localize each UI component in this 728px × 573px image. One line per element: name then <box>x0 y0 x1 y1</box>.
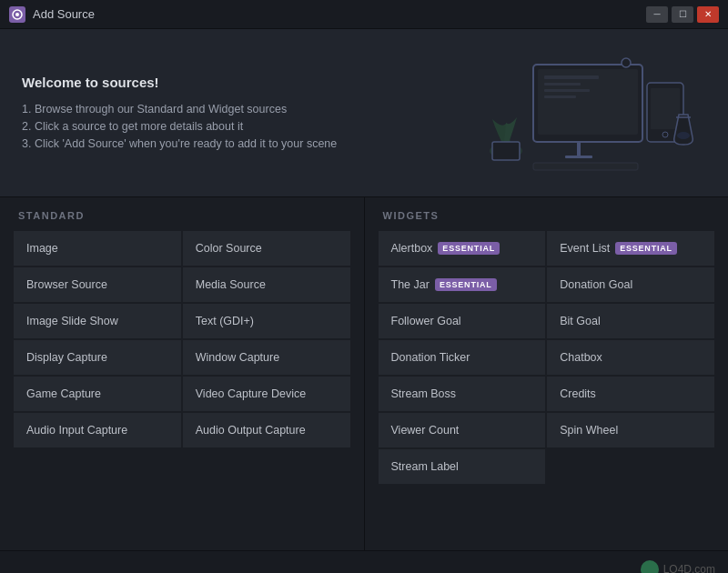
source-text-gdi-label: Text (GDI+) <box>196 315 254 327</box>
widget-stream-label[interactable]: Stream Label <box>378 448 547 485</box>
widget-alertbox-label: Alertbox <box>391 242 433 255</box>
source-image[interactable]: Image <box>13 230 182 266</box>
source-video-capture-label: Video Capture Device <box>196 387 306 400</box>
welcome-step-2: 2. Click a source to get more details ab… <box>22 120 337 133</box>
standard-header: STANDARD <box>0 197 364 230</box>
window-title: Add Source <box>33 7 646 21</box>
source-game-capture[interactable]: Game Capture <box>13 376 182 412</box>
source-game-capture-label: Game Capture <box>26 387 101 400</box>
watermark-text: LO4D.com <box>663 563 715 574</box>
svg-rect-5 <box>565 156 592 158</box>
source-browser-source[interactable]: Browser Source <box>13 266 182 303</box>
svg-rect-12 <box>651 88 680 129</box>
widget-stream-boss-label: Stream Boss <box>391 387 457 400</box>
standard-grid: Image Color Source Browser Source Media … <box>0 230 364 448</box>
widget-follower-goal[interactable]: Follower Goal <box>378 303 547 339</box>
widget-stream-label-label: Stream Label <box>391 460 459 473</box>
source-window-capture-label: Window Capture <box>196 351 279 364</box>
minimize-button[interactable]: ─ <box>646 6 668 23</box>
window-controls: ─ ☐ ✕ <box>646 6 719 23</box>
svg-rect-16 <box>492 142 520 160</box>
source-media-source-label: Media Source <box>196 278 266 291</box>
svg-rect-6 <box>544 75 599 79</box>
svg-rect-7 <box>544 83 581 85</box>
widget-the-jar[interactable]: The Jar ESSENTIAL <box>378 266 547 303</box>
main-content: STANDARD Image Color Source Browser Sour… <box>0 197 728 550</box>
watermark: LO4D.com <box>641 560 715 574</box>
illustration <box>470 51 706 178</box>
widget-viewer-count-label: Viewer Count <box>391 424 460 437</box>
close-button[interactable]: ✕ <box>697 6 719 23</box>
welcome-text: Welcome to sources! 1. Browse through ou… <box>22 75 337 155</box>
svg-point-1 <box>15 13 19 16</box>
source-color-source-label: Color Source <box>196 242 262 255</box>
source-video-capture[interactable]: Video Capture Device <box>182 376 351 412</box>
source-audio-output-label: Audio Output Capture <box>196 424 306 437</box>
standard-column: STANDARD Image Color Source Browser Sour… <box>0 197 364 550</box>
source-image-slide-show-label: Image Slide Show <box>26 315 118 327</box>
widgets-column: WIDGETS Alertbox ESSENTIAL Event List ES… <box>365 197 729 550</box>
svg-point-18 <box>677 132 690 139</box>
titlebar: Add Source ─ ☐ ✕ <box>0 0 728 29</box>
widget-donation-goal-label: Donation Goal <box>560 278 632 291</box>
widget-bit-goal[interactable]: Bit Goal <box>546 303 715 339</box>
widget-follower-goal-label: Follower Goal <box>391 315 461 327</box>
the-jar-badge: ESSENTIAL <box>435 278 497 291</box>
widget-event-list-label: Event List <box>560 242 610 255</box>
source-browser-source-label: Browser Source <box>26 278 107 291</box>
widget-spin-wheel[interactable]: Spin Wheel <box>546 412 715 448</box>
watermark-globe-icon <box>641 560 659 574</box>
svg-rect-9 <box>544 96 576 98</box>
svg-rect-4 <box>577 142 581 156</box>
widget-viewer-count[interactable]: Viewer Count <box>378 412 547 448</box>
welcome-step-3: 3. Click 'Add Source' when you're ready … <box>22 137 337 150</box>
source-color-source[interactable]: Color Source <box>182 230 351 266</box>
source-audio-input-label: Audio Input Capture <box>26 424 127 437</box>
event-list-badge: ESSENTIAL <box>615 242 677 255</box>
welcome-section: Welcome to sources! 1. Browse through ou… <box>0 29 728 197</box>
widget-donation-ticker[interactable]: Donation Ticker <box>378 339 547 376</box>
widget-donation-goal[interactable]: Donation Goal <box>546 266 715 303</box>
widget-event-list[interactable]: Event List ESSENTIAL <box>546 230 715 266</box>
source-audio-output[interactable]: Audio Output Capture <box>182 412 351 448</box>
widget-credits-label: Credits <box>560 387 596 400</box>
source-display-capture-label: Display Capture <box>26 351 107 364</box>
source-media-source[interactable]: Media Source <box>182 266 351 303</box>
source-text-gdi[interactable]: Text (GDI+) <box>182 303 351 339</box>
widget-donation-ticker-label: Donation Ticker <box>391 351 470 364</box>
widget-chatbox[interactable]: Chatbox <box>546 339 715 376</box>
source-image-slide-show[interactable]: Image Slide Show <box>13 303 182 339</box>
welcome-steps: 1. Browse through our Standard and Widge… <box>22 103 337 150</box>
widget-spin-wheel-label: Spin Wheel <box>560 424 618 437</box>
source-window-capture[interactable]: Window Capture <box>182 339 351 376</box>
alertbox-badge: ESSENTIAL <box>438 242 500 255</box>
welcome-heading: Welcome to sources! <box>22 75 337 90</box>
widget-chatbox-label: Chatbox <box>560 351 602 364</box>
bottom-bar: LO4D.com <box>0 550 728 573</box>
widget-the-jar-label: The Jar <box>391 278 430 291</box>
svg-rect-15 <box>533 163 638 170</box>
source-audio-input[interactable]: Audio Input Capture <box>13 412 182 448</box>
source-image-label: Image <box>26 242 58 255</box>
widgets-header: WIDGETS <box>365 197 729 230</box>
svg-point-13 <box>662 132 668 137</box>
widget-alertbox[interactable]: Alertbox ESSENTIAL <box>378 230 547 266</box>
svg-rect-8 <box>544 89 590 92</box>
widget-credits[interactable]: Credits <box>546 376 715 412</box>
widgets-grid: Alertbox ESSENTIAL Event List ESSENTIAL … <box>365 230 729 485</box>
svg-point-10 <box>622 58 631 67</box>
welcome-step-1: 1. Browse through our Standard and Widge… <box>22 103 337 116</box>
widget-stream-boss[interactable]: Stream Boss <box>378 376 547 412</box>
maximize-button[interactable]: ☐ <box>672 6 693 23</box>
source-display-capture[interactable]: Display Capture <box>13 339 182 376</box>
widget-bit-goal-label: Bit Goal <box>560 315 600 327</box>
app-icon <box>9 6 25 23</box>
